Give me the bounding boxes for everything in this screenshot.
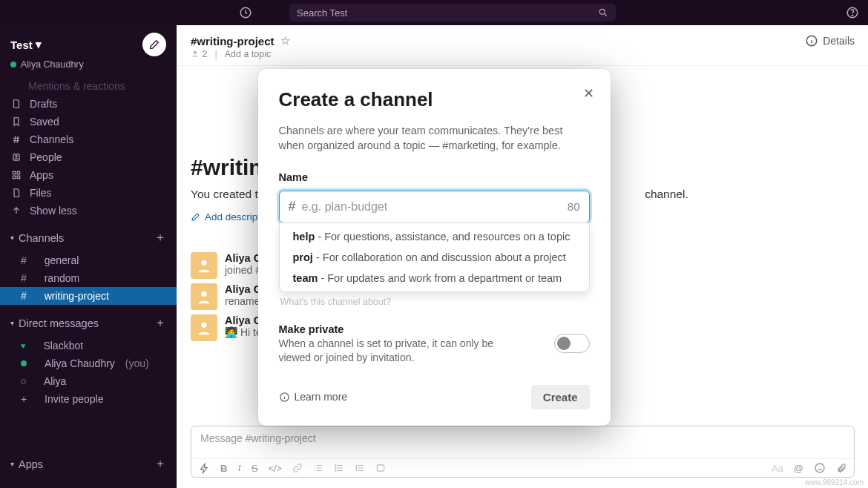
label: Details xyxy=(823,35,855,47)
svg-point-17 xyxy=(335,470,336,471)
strike-icon[interactable]: S xyxy=(251,463,258,474)
svg-point-5 xyxy=(16,156,17,157)
add-channel-icon[interactable]: ＋ xyxy=(154,230,166,245)
intro-desc: You created this channel. channel. xyxy=(191,188,855,201)
section-dms[interactable]: ▾Direct messages ＋ xyxy=(0,308,177,334)
apps-icon xyxy=(10,170,22,180)
message-item[interactable]: Aliya Chrenamed xyxy=(191,283,855,310)
nav-files[interactable]: Files xyxy=(0,184,177,202)
details-button[interactable]: Details xyxy=(805,34,855,47)
chevron-down-icon: ▾ xyxy=(36,38,42,51)
nav-apps[interactable]: Apps xyxy=(0,166,177,184)
text: renamed xyxy=(225,295,268,307)
section-channels[interactable]: ▾Channels ＋ xyxy=(0,222,177,248)
label: Slackbot xyxy=(43,340,83,352)
composer-input[interactable]: Message #writing-project xyxy=(191,426,854,458)
channel-general[interactable]: # general xyxy=(0,251,177,269)
svg-point-10 xyxy=(194,52,197,54)
code-block-icon[interactable] xyxy=(375,463,386,473)
search-icon xyxy=(598,7,608,18)
label: Aliya Chaudhry xyxy=(45,357,115,369)
label: Direct messages xyxy=(19,317,99,329)
user-status[interactable]: Aliya Chaudhry xyxy=(0,59,177,77)
label: Channels xyxy=(19,232,64,244)
channel-title[interactable]: #writing-project xyxy=(191,35,274,47)
search-input[interactable]: Search Test xyxy=(289,4,616,22)
lightning-icon[interactable] xyxy=(199,463,210,474)
help-icon[interactable] xyxy=(846,6,859,19)
you-tag: (you) xyxy=(125,357,149,369)
add-app-icon[interactable]: ＋ xyxy=(154,456,166,472)
files-icon xyxy=(10,188,22,198)
message-item[interactable]: Aliya Chjoined # xyxy=(191,252,855,279)
bookmark-icon xyxy=(10,116,22,127)
message-item[interactable]: Aliya Ch👩‍💻 Hi te xyxy=(191,314,855,341)
text-format-icon[interactable]: Aa xyxy=(772,463,783,474)
label: Channels xyxy=(30,133,73,145)
caret-down-icon: ▾ xyxy=(10,234,14,242)
watermark: www.989214.com xyxy=(805,478,864,487)
composer[interactable]: Message #writing-project B I S </> Aa @ xyxy=(191,426,855,478)
heart-icon: ♥ xyxy=(21,341,26,350)
channel-random[interactable]: # random xyxy=(0,269,177,287)
nav-people[interactable]: People xyxy=(0,148,177,166)
channel-header: #writing-project ☆ 2 | Add a topic Detai… xyxy=(177,25,868,66)
svg-point-13 xyxy=(201,291,206,297)
link-icon[interactable] xyxy=(292,463,303,473)
svg-rect-18 xyxy=(378,465,384,471)
code-icon[interactable]: </> xyxy=(268,463,282,474)
label: Saved xyxy=(30,116,59,128)
channel-writing-project[interactable]: # writing-project xyxy=(0,287,177,305)
member-count[interactable]: 2 xyxy=(191,49,207,59)
svg-point-12 xyxy=(201,260,206,266)
hash-icon: # xyxy=(21,254,27,266)
presence-indicator xyxy=(10,62,16,67)
bold-icon[interactable]: B xyxy=(220,463,227,474)
nav-mentions[interactable]: Mentions & reactions xyxy=(0,77,177,92)
intro-title: #writing xyxy=(191,155,855,180)
list-ordered-icon[interactable] xyxy=(313,463,323,473)
plus-icon: + xyxy=(21,393,27,405)
message-list: Aliya Chjoined # Aliya Chrenamed Aliya C… xyxy=(191,252,855,346)
workspace-switcher[interactable]: Test ▾ xyxy=(10,38,42,51)
text: 👩‍💻 Hi te xyxy=(225,326,268,338)
nav-channels[interactable]: Channels xyxy=(0,131,177,148)
section-apps[interactable]: ▾Apps ＋ xyxy=(0,449,177,475)
quote-icon[interactable] xyxy=(355,463,365,473)
nav-show-less[interactable]: Show less xyxy=(0,202,177,220)
text: joined # xyxy=(225,264,268,276)
svg-rect-8 xyxy=(13,176,16,179)
dm-self[interactable]: Aliya Chaudhry(you) xyxy=(0,355,177,372)
svg-point-14 xyxy=(201,323,206,328)
svg-point-19 xyxy=(815,464,824,472)
hash-icon: # xyxy=(21,290,27,302)
list-bullet-icon[interactable] xyxy=(334,463,344,473)
mention-icon[interactable]: @ xyxy=(794,463,803,474)
author: Aliya Ch xyxy=(225,252,268,264)
add-dm-icon[interactable]: ＋ xyxy=(154,315,166,331)
attach-icon[interactable] xyxy=(836,462,846,474)
add-topic[interactable]: Add a topic xyxy=(225,49,272,59)
star-icon[interactable]: ☆ xyxy=(280,34,290,47)
compose-button[interactable] xyxy=(142,33,166,56)
history-icon[interactable] xyxy=(239,6,252,19)
invite-people[interactable]: + Invite people xyxy=(0,390,177,408)
author: Aliya Ch xyxy=(225,314,268,326)
label: Drafts xyxy=(30,98,57,110)
hash-icon xyxy=(10,134,22,145)
topbar: Search Test xyxy=(0,0,868,25)
arrow-up-icon xyxy=(10,205,22,216)
add-description-link[interactable]: Add description xyxy=(191,211,855,222)
presence-indicator-away xyxy=(21,379,26,384)
nav-saved[interactable]: Saved xyxy=(0,113,177,131)
label: random xyxy=(45,272,79,284)
caret-down-icon: ▾ xyxy=(10,460,14,468)
label: writing-project xyxy=(45,290,109,302)
italic-icon[interactable]: I xyxy=(237,462,240,474)
label: Apps xyxy=(19,458,43,470)
emoji-icon[interactable] xyxy=(814,462,826,474)
svg-point-3 xyxy=(852,15,852,16)
nav-drafts[interactable]: Drafts xyxy=(0,95,177,113)
dm-slackbot[interactable]: ♥ Slackbot xyxy=(0,337,177,355)
dm-aliya[interactable]: Aliya xyxy=(0,372,177,390)
